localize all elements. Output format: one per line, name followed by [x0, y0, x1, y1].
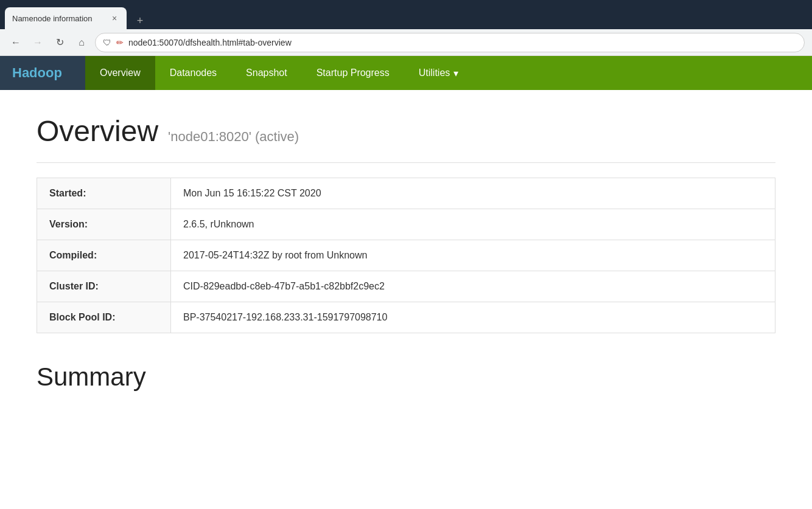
table-row: Block Pool ID:BP-37540217-192.168.233.31…: [37, 302, 775, 333]
hadoop-nav: Hadoop Overview Datanodes Snapshot Start…: [0, 56, 812, 90]
nav-item-datanodes[interactable]: Datanodes: [155, 56, 231, 90]
main-content: Overview 'node01:8020' (active) Started:…: [0, 90, 812, 416]
utilities-dropdown-arrow: ▾: [453, 68, 458, 79]
row-value: BP-37540217-192.168.233.31-1591797098710: [171, 302, 775, 333]
divider: [37, 162, 775, 163]
browser-chrome: Namenode information × +: [0, 0, 812, 29]
row-label: Compiled:: [37, 240, 171, 271]
row-value: Mon Jun 15 16:15:22 CST 2020: [171, 178, 775, 209]
home-button[interactable]: ⌂: [73, 34, 90, 51]
table-row: Started:Mon Jun 15 16:15:22 CST 2020: [37, 178, 775, 209]
table-row: Cluster ID:CID-829eadbd-c8eb-47b7-a5b1-c…: [37, 271, 775, 302]
new-tab-button[interactable]: +: [131, 12, 149, 29]
page-title: Overview: [37, 114, 158, 148]
table-row: Compiled:2017-05-24T14:32Z by root from …: [37, 240, 775, 271]
address-bar[interactable]: 🛡 ✏ node01:50070/dfshealth.html#tab-over…: [95, 33, 805, 52]
url-text: node01:50070/dfshealth.html#tab-overview: [128, 38, 797, 47]
active-tab[interactable]: Namenode information ×: [5, 7, 127, 29]
row-label: Started:: [37, 178, 171, 209]
hadoop-logo-text: Hadoop: [12, 65, 62, 81]
nav-item-startup-progress[interactable]: Startup Progress: [302, 56, 404, 90]
row-label: Block Pool ID:: [37, 302, 171, 333]
hadoop-logo: Hadoop: [0, 56, 85, 90]
info-table: Started:Mon Jun 15 16:15:22 CST 2020Vers…: [37, 178, 775, 333]
back-button[interactable]: ←: [7, 34, 24, 51]
page-heading: Overview 'node01:8020' (active): [37, 114, 775, 148]
nav-item-utilities[interactable]: Utilities ▾: [404, 56, 474, 90]
row-value: CID-829eadbd-c8eb-47b7-a5b1-c82bbf2c9ec2: [171, 271, 775, 302]
refresh-button[interactable]: ↻: [51, 34, 68, 51]
page-subtitle: 'node01:8020' (active): [168, 129, 299, 145]
tab-close-button[interactable]: ×: [110, 13, 119, 23]
row-label: Cluster ID:: [37, 271, 171, 302]
row-value: 2017-05-24T14:32Z by root from Unknown: [171, 240, 775, 271]
row-label: Version:: [37, 209, 171, 240]
row-value: 2.6.5, rUnknown: [171, 209, 775, 240]
table-row: Version:2.6.5, rUnknown: [37, 209, 775, 240]
nav-item-snapshot[interactable]: Snapshot: [231, 56, 302, 90]
tab-title: Namenode information: [12, 14, 105, 23]
forward-button: →: [29, 34, 46, 51]
address-bar-row: ← → ↻ ⌂ 🛡 ✏ node01:50070/dfshealth.html#…: [0, 29, 812, 56]
shield-icon: 🛡: [103, 38, 111, 47]
edit-icon: ✏: [116, 38, 124, 47]
tab-bar: Namenode information × +: [5, 0, 807, 29]
summary-heading: Summary: [37, 362, 775, 392]
nav-items: Overview Datanodes Snapshot Startup Prog…: [85, 56, 473, 90]
nav-item-overview[interactable]: Overview: [85, 56, 155, 90]
